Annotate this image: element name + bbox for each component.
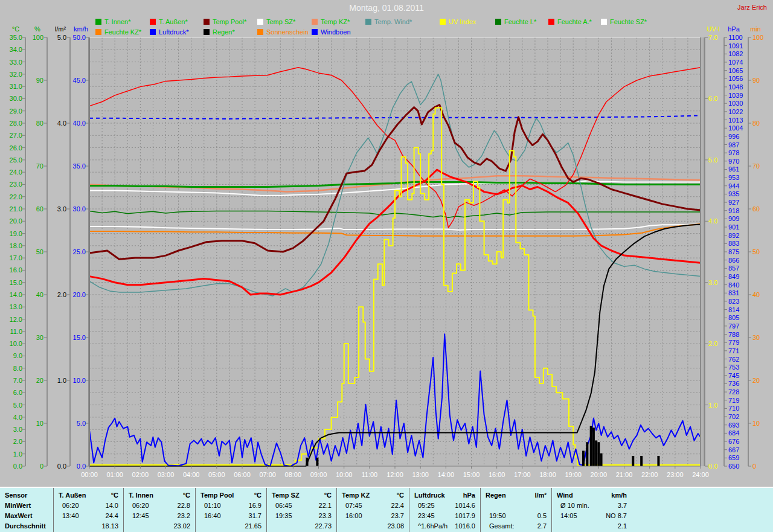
- sensor-unit: °C: [324, 492, 332, 499]
- x-tick-label: 17:00: [514, 471, 531, 478]
- legend-swatch-icon: [95, 29, 101, 35]
- x-tick-label: 12:00: [386, 471, 403, 478]
- rain-bar: [586, 442, 588, 466]
- axis-pct-tick-label: 90: [36, 77, 43, 84]
- table-column-luftdruck: LuftdruckhPa05:251014.623:451017.9^1.6hP…: [409, 488, 480, 532]
- axis-c-tick-label: 8.0: [13, 365, 22, 372]
- axis-hpa-tick-label: 1074: [728, 59, 743, 66]
- max-time: 23:45: [418, 512, 435, 519]
- axis-hpa-tick-label: 840: [728, 281, 739, 289]
- legend-swatch-icon: [548, 19, 554, 25]
- axis-hpa-tick-label: 927: [728, 199, 739, 206]
- legend-item-label: Temp Pool*: [213, 18, 246, 25]
- axis-hpa-tick-label: 788: [728, 331, 739, 338]
- legend-item-feuchte-sz: Feuchte SZ*: [601, 18, 647, 25]
- axis-hpa-tick-label: 1082: [728, 50, 743, 57]
- x-tick-label: 13:00: [412, 471, 429, 478]
- axis-kmh-tick-label: 45.0: [73, 77, 86, 84]
- legend-item-sonnenschein: Sonnenschein: [257, 28, 309, 36]
- legend-item-temp-sz: Temp SZ*: [257, 18, 295, 25]
- x-tick-label: 01:00: [106, 471, 123, 478]
- min-time: 06:45: [275, 502, 292, 509]
- axis-kmh-tick-label: 40.0: [73, 120, 86, 127]
- min-value: 16.9: [249, 502, 261, 509]
- axis-hpa-tick-label: 771: [728, 347, 739, 354]
- x-tick-label: 14:00: [438, 471, 455, 478]
- min-time: 07:45: [345, 502, 362, 509]
- axis-c-tick-label: 21.0: [10, 205, 22, 213]
- axis-hpa-tick-label: 762: [728, 356, 739, 363]
- axis-hpa-tick-label: 736: [728, 380, 739, 387]
- axis-min-tick-label: 0: [752, 463, 756, 470]
- max-time: 16:00: [345, 512, 362, 519]
- x-tick-label: 02:00: [132, 471, 149, 478]
- legend-item-label: Temp KZ*: [321, 18, 350, 25]
- axis-kmh-tick-label: 15.0: [73, 334, 86, 341]
- axis-c-tick-label: 14.0: [10, 291, 22, 298]
- x-tick-label: 05:00: [208, 471, 225, 478]
- axis-hpa-tick-label: 1004: [728, 124, 743, 132]
- legend-swatch-icon: [150, 29, 156, 35]
- sensor-name: T. Außen: [59, 492, 86, 499]
- min-time: 01:10: [204, 502, 221, 509]
- axis-hpa-tick-label: 961: [728, 165, 739, 173]
- table-row-label: MinWert: [5, 502, 31, 509]
- legend-item-label: Sonnenschein: [266, 28, 309, 36]
- sensor-unit: hPa: [463, 492, 475, 499]
- axis-hpa-tick-label: 883: [728, 240, 739, 247]
- legend-swatch-icon: [95, 19, 101, 25]
- table-column-wind: Windkm/hØ 10 min.3.714:05NO 8.72.1: [551, 488, 773, 532]
- axis-c-tick-label: 4.0: [13, 414, 22, 421]
- axis-c-tick-label: 19.0: [10, 230, 22, 237]
- axis-hpa-tick-label: 702: [728, 413, 739, 420]
- axis-c-tick-label: 30.0: [10, 95, 22, 102]
- axis-hpa-tick-label: 659: [728, 454, 739, 461]
- x-tick-label: 20:00: [591, 471, 608, 478]
- axis-c-tick-label: 1.0: [13, 450, 22, 458]
- axis-pct-tick-label: 0: [40, 463, 43, 470]
- axis-uv-tick-label: 1.0: [708, 402, 717, 409]
- axis-hpa-tick-label: 953: [728, 174, 739, 181]
- axis-hpa-tick-label: 944: [728, 182, 739, 190]
- axis-kmh-tick-label: 20.0: [73, 291, 86, 298]
- x-tick-label: 09:00: [310, 471, 327, 478]
- legend-item-label: Luftdruck*: [159, 28, 189, 36]
- table-row-label: Sensor: [5, 492, 27, 499]
- legend-item-label: Windböen: [321, 28, 351, 36]
- axis-c-tick-label: 23.0: [10, 181, 22, 188]
- max-value: 23.2: [178, 512, 190, 519]
- axis-c-tick-label: 29.0: [10, 107, 22, 115]
- axis-hpa-tick-label: 996: [728, 133, 739, 140]
- axis-hpa-tick-label: 831: [728, 289, 739, 296]
- axis-min-tick-label: 50: [752, 248, 760, 255]
- axis-hpa-tick-label: 1091: [728, 42, 743, 50]
- sensor-unit: °C: [183, 492, 190, 499]
- rain-bar: [582, 450, 585, 466]
- min-value: 22.8: [178, 502, 190, 509]
- legend-swatch-icon: [601, 19, 607, 25]
- avg-value: 23.08: [387, 522, 404, 530]
- legend-swatch-icon: [204, 19, 210, 25]
- axis-hpa: 1100109110821074106510561048103910301022…: [724, 25, 743, 470]
- axis-c-tick-label: 27.0: [10, 132, 22, 139]
- rain-bar: [657, 456, 659, 466]
- table-row-label: MaxWert: [5, 512, 33, 519]
- axis-hpa-tick-label: 1056: [728, 75, 743, 82]
- rain-bar: [597, 442, 600, 466]
- axis-hpa-tick-label: 719: [728, 397, 739, 404]
- axis-lm2-tick-label: 2.0: [57, 291, 66, 298]
- table-row-label: Durchschnitt: [5, 522, 46, 530]
- legend-swatch-icon: [495, 19, 501, 25]
- axis-hpa-tick-label: 901: [728, 223, 739, 231]
- legend-item-t-außen: T. Außen*: [150, 18, 188, 25]
- table-column-temp-kz: Temp KZ°C07:4522.416:0023.723.08: [336, 488, 409, 532]
- legend-item-luftdruck: Luftdruck*: [150, 28, 189, 36]
- axis-hpa-tick-label: 676: [728, 438, 739, 445]
- sensor-name: Wind: [557, 492, 573, 499]
- max-value: 0.5: [537, 512, 547, 519]
- max-value: 1017.9: [455, 512, 475, 519]
- legend-swatch-icon: [257, 19, 263, 25]
- max-time: 13:40: [62, 512, 79, 519]
- axis-lm2: 5.04.03.02.01.00.0l/m²: [55, 25, 70, 470]
- min-time: 05:25: [418, 502, 435, 509]
